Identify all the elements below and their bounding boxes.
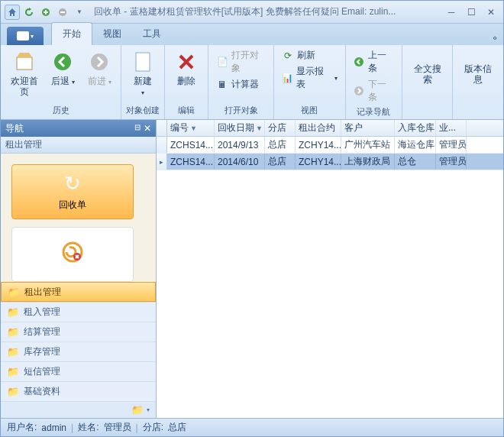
tile-second[interactable] [11, 227, 134, 282]
back-button[interactable]: 后退 ▾ [46, 48, 79, 88]
titlebar: ▼ 回收单 - 蓝格建材租赁管理软件[试用版本] 免费解答任何疑问 Email:… [1, 1, 503, 24]
tab-view[interactable]: 视图 [92, 23, 132, 45]
refresh-icon: ⟳ [282, 50, 294, 62]
delete-button[interactable]: 删除 [170, 48, 203, 88]
fulltext-search-button[interactable]: 全文搜索 [407, 48, 448, 87]
home-icon[interactable] [5, 5, 20, 20]
folder-icon: 📁 [8, 286, 20, 298]
refresh-icon[interactable] [21, 5, 37, 20]
svg-rect-2 [17, 57, 32, 70]
row-indicator: ▸ [157, 154, 167, 170]
folder-icon: 📁 [7, 386, 19, 397]
nav-categories: 📁租出管理 📁租入管理 📁结算管理 📁库存管理 📁短信管理 📁基础资料 [1, 282, 156, 401]
col-contract[interactable]: 租出合约 [296, 120, 341, 136]
folder-icon: 📁 [7, 366, 19, 377]
calc-icon: 🖩 [216, 79, 228, 91]
folder-icon[interactable]: 📁 [131, 404, 144, 416]
prev-record-button[interactable]: 上一条 [351, 48, 397, 76]
remove-icon[interactable] [55, 5, 70, 20]
tile-recycle[interactable]: ↻ 回收单 [11, 164, 134, 219]
col-warehouse[interactable]: 入库仓库 [395, 120, 436, 136]
col-number[interactable]: 编号▼ [167, 120, 215, 136]
group-history: 欢迎首页 后退 ▾ 前进 ▾ 历史 [1, 45, 121, 119]
svg-point-7 [354, 86, 363, 95]
grid-header-row: 编号▼ 回收日期▼ 分店 租出合约 客户 入库仓库 业... [157, 120, 503, 137]
nav-header: 导航 ⊟✕ [1, 120, 156, 137]
minimize-button[interactable]: ─ [442, 5, 460, 19]
status-user-label: 用户名: [7, 421, 37, 434]
col-operator[interactable]: 业... [436, 120, 467, 136]
group-view: ⟳刷新 📊显示报表 ▾ 视图 [274, 45, 345, 119]
nav-pin-icon[interactable]: ⊟ [134, 123, 141, 134]
status-bar: 用户名: admin | 姓名: 管理员 | 分店: 总店 [1, 418, 503, 436]
table-row[interactable]: ZCHS14... 2014/9/13 总店 ZCHY14... 广州汽车站 海… [157, 137, 503, 154]
nav-footer-strip: 📁▾ [1, 401, 156, 418]
tab-tools[interactable]: 工具 [132, 23, 172, 45]
home-page-icon [12, 50, 37, 74]
svg-point-3 [54, 53, 71, 70]
svg-point-4 [91, 53, 108, 70]
back-icon [50, 50, 75, 74]
table-row[interactable]: ▸ ZCHS14... 2014/6/10 总店 ZCHY14... 上海财政局… [157, 154, 503, 170]
col-date[interactable]: 回收日期▼ [215, 120, 265, 136]
new-button[interactable]: 新建▾ [126, 48, 160, 99]
nav-tiles: ↻ 回收单 [1, 154, 156, 282]
svg-point-6 [354, 57, 363, 66]
recycle-x-icon [62, 241, 83, 268]
prev-icon [354, 56, 365, 68]
cat-rent-in[interactable]: 📁租入管理 [1, 302, 156, 322]
cat-settlement[interactable]: 📁结算管理 [1, 322, 156, 342]
window-title: 回收单 - 蓝格建材租赁管理软件[试用版本] 免费解答任何疑问 Email: z… [94, 5, 442, 18]
ribbon-tabs: ▾ 开始 视图 工具 ⋄ [1, 24, 503, 45]
report-icon: 📊 [282, 72, 293, 84]
cat-rent-out[interactable]: 📁租出管理 [1, 282, 156, 302]
group-edit: 删除 编辑 [165, 45, 208, 119]
group-record-nav: 上一条 下一条 记录导航 [346, 45, 402, 119]
chevron-icon[interactable]: ▾ [147, 406, 150, 413]
folder-icon: 📁 [7, 306, 19, 318]
row-indicator [157, 137, 167, 153]
col-store[interactable]: 分店 [265, 120, 296, 136]
nav-title: 导航 [5, 122, 24, 135]
forward-button: 前进 ▾ [82, 48, 116, 88]
row-indicator-header [157, 120, 167, 136]
col-customer[interactable]: 客户 [341, 120, 395, 136]
tab-start[interactable]: 开始 [51, 22, 92, 45]
maximize-button[interactable]: ☐ [462, 5, 480, 19]
app-menu-button[interactable]: ▾ [7, 27, 44, 45]
ribbon-collapse-icon[interactable]: ⋄ [486, 31, 503, 45]
group-open: 📄打开对象 🖩计算器 打开对象 [208, 45, 274, 119]
group-search: 全文搜索 [402, 45, 454, 119]
dropdown-icon[interactable]: ▼ [72, 5, 87, 20]
data-grid: 编号▼ 回收日期▼ 分店 租出合约 客户 入库仓库 业... ZCHS14...… [157, 120, 503, 418]
ribbon: 欢迎首页 后退 ▾ 前进 ▾ 历史 新建▾ 对象创建 删除 编辑 📄打开对象 🖩… [1, 45, 503, 120]
version-button[interactable]: 版本信息 [457, 48, 499, 87]
report-button[interactable]: 📊显示报表 ▾ [279, 64, 340, 92]
status-user-value: admin [41, 422, 66, 433]
close-button[interactable]: ✕ [482, 5, 500, 19]
cat-basedata[interactable]: 📁基础资料 [1, 381, 156, 401]
refresh-button[interactable]: ⟳刷新 [279, 48, 340, 63]
status-name-value: 管理员 [104, 421, 131, 434]
calculator-button[interactable]: 🖩计算器 [213, 77, 269, 92]
next-icon [354, 85, 365, 97]
nav-close-icon[interactable]: ✕ [144, 123, 151, 134]
status-name-label: 姓名: [78, 421, 99, 434]
status-store-value: 总店 [168, 421, 186, 434]
forward-icon [87, 50, 111, 74]
group-version: 版本信息 [453, 45, 503, 119]
new-icon [131, 50, 155, 74]
welcome-button[interactable]: 欢迎首页 [5, 48, 43, 99]
open-object-button: 📄打开对象 [213, 48, 269, 76]
add-icon[interactable] [38, 5, 53, 20]
svg-rect-5 [136, 53, 150, 71]
cat-inventory[interactable]: 📁库存管理 [1, 342, 156, 361]
group-create: 新建▾ 对象创建 [121, 45, 165, 119]
open-icon: 📄 [216, 56, 228, 68]
cat-sms[interactable]: 📁短信管理 [1, 361, 156, 381]
nav-subheader: 租出管理 [1, 137, 156, 154]
folder-icon: 📁 [7, 326, 19, 338]
next-record-button: 下一条 [351, 77, 397, 105]
status-store-label: 分店: [143, 421, 163, 434]
nav-panel: 导航 ⊟✕ 租出管理 ↻ 回收单 📁租出管理 📁租入管理 📁结算管理 📁库存管理… [1, 120, 157, 418]
